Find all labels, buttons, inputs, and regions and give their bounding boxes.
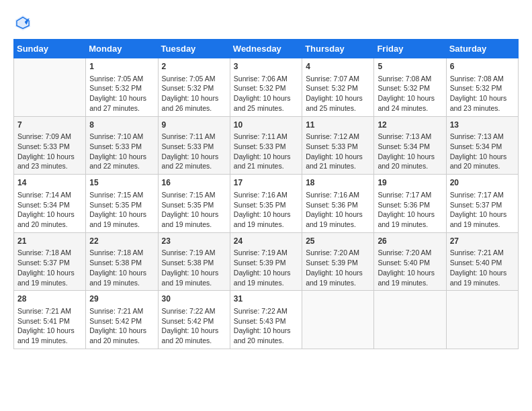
day-number: 2	[162, 61, 226, 73]
calendar-cell: 14Sunrise: 7:14 AM Sunset: 5:34 PM Dayli…	[14, 175, 86, 233]
day-number: 7	[17, 120, 82, 131]
calendar-cell: 31Sunrise: 7:22 AM Sunset: 5:43 PM Dayli…	[230, 291, 302, 349]
day-info: Sunrise: 7:06 AM Sunset: 5:32 PM Dayligh…	[234, 74, 298, 113]
logo-icon	[13, 13, 32, 32]
day-number: 29	[89, 293, 154, 305]
day-info: Sunrise: 7:08 AM Sunset: 5:32 PM Dayligh…	[450, 74, 515, 113]
calendar-cell: 20Sunrise: 7:17 AM Sunset: 5:37 PM Dayli…	[446, 175, 518, 233]
week-row-4: 21Sunrise: 7:18 AM Sunset: 5:37 PM Dayli…	[14, 232, 519, 291]
calendar-cell	[302, 291, 374, 349]
calendar-cell: 9Sunrise: 7:11 AM Sunset: 5:33 PM Daylig…	[158, 116, 230, 175]
day-info: Sunrise: 7:21 AM Sunset: 5:41 PM Dayligh…	[17, 306, 82, 346]
day-info: Sunrise: 7:17 AM Sunset: 5:36 PM Dayligh…	[378, 190, 442, 230]
day-info: Sunrise: 7:07 AM Sunset: 5:32 PM Dayligh…	[306, 74, 370, 113]
calendar-cell: 26Sunrise: 7:20 AM Sunset: 5:40 PM Dayli…	[374, 232, 446, 291]
calendar-cell: 5Sunrise: 7:08 AM Sunset: 5:32 PM Daylig…	[374, 58, 446, 117]
day-info: Sunrise: 7:22 AM Sunset: 5:42 PM Dayligh…	[162, 306, 226, 346]
day-info: Sunrise: 7:16 AM Sunset: 5:35 PM Dayligh…	[234, 190, 298, 230]
day-info: Sunrise: 7:17 AM Sunset: 5:37 PM Dayligh…	[450, 190, 515, 230]
calendar-cell: 19Sunrise: 7:17 AM Sunset: 5:36 PM Dayli…	[374, 175, 446, 233]
day-number: 24	[234, 236, 298, 247]
day-number: 9	[162, 120, 226, 131]
day-number: 20	[450, 177, 515, 189]
day-number: 27	[450, 236, 515, 247]
calendar-cell: 24Sunrise: 7:19 AM Sunset: 5:39 PM Dayli…	[230, 232, 302, 291]
day-info: Sunrise: 7:08 AM Sunset: 5:32 PM Dayligh…	[378, 74, 442, 113]
week-row-3: 14Sunrise: 7:14 AM Sunset: 5:34 PM Dayli…	[14, 175, 519, 233]
day-info: Sunrise: 7:15 AM Sunset: 5:35 PM Dayligh…	[89, 190, 154, 230]
calendar-cell: 30Sunrise: 7:22 AM Sunset: 5:42 PM Dayli…	[158, 291, 230, 349]
day-info: Sunrise: 7:11 AM Sunset: 5:33 PM Dayligh…	[234, 132, 298, 171]
calendar-cell	[14, 58, 86, 117]
column-header-saturday: Saturday	[446, 40, 518, 58]
calendar-cell: 27Sunrise: 7:21 AM Sunset: 5:40 PM Dayli…	[446, 232, 518, 291]
day-number: 16	[162, 177, 226, 189]
day-number: 15	[89, 177, 154, 189]
day-number: 28	[17, 293, 82, 305]
day-info: Sunrise: 7:22 AM Sunset: 5:43 PM Dayligh…	[234, 306, 298, 346]
calendar-cell: 8Sunrise: 7:10 AM Sunset: 5:33 PM Daylig…	[86, 116, 158, 175]
day-info: Sunrise: 7:14 AM Sunset: 5:34 PM Dayligh…	[17, 190, 82, 230]
day-info: Sunrise: 7:20 AM Sunset: 5:40 PM Dayligh…	[378, 248, 442, 287]
day-info: Sunrise: 7:11 AM Sunset: 5:33 PM Dayligh…	[162, 132, 226, 171]
day-number: 4	[306, 61, 370, 73]
day-number: 5	[378, 61, 442, 73]
day-number: 19	[378, 177, 442, 189]
calendar-cell: 2Sunrise: 7:05 AM Sunset: 5:32 PM Daylig…	[158, 58, 230, 117]
calendar-cell: 3Sunrise: 7:06 AM Sunset: 5:32 PM Daylig…	[230, 58, 302, 117]
day-info: Sunrise: 7:10 AM Sunset: 5:33 PM Dayligh…	[89, 132, 154, 171]
day-number: 6	[450, 61, 515, 73]
calendar-cell: 29Sunrise: 7:21 AM Sunset: 5:42 PM Dayli…	[86, 291, 158, 349]
calendar-cell	[446, 291, 518, 349]
week-row-2: 7Sunrise: 7:09 AM Sunset: 5:33 PM Daylig…	[14, 116, 519, 175]
calendar-cell: 22Sunrise: 7:18 AM Sunset: 5:38 PM Dayli…	[86, 232, 158, 291]
day-number: 18	[306, 177, 370, 189]
column-header-friday: Friday	[374, 40, 446, 58]
day-info: Sunrise: 7:19 AM Sunset: 5:39 PM Dayligh…	[234, 248, 298, 287]
calendar-cell: 10Sunrise: 7:11 AM Sunset: 5:33 PM Dayli…	[230, 116, 302, 175]
day-number: 10	[234, 120, 298, 131]
day-number: 11	[306, 120, 370, 131]
calendar-cell: 13Sunrise: 7:13 AM Sunset: 5:34 PM Dayli…	[446, 116, 518, 175]
column-header-sunday: Sunday	[14, 40, 86, 58]
calendar-cell: 15Sunrise: 7:15 AM Sunset: 5:35 PM Dayli…	[86, 175, 158, 233]
header-row: SundayMondayTuesdayWednesdayThursdayFrid…	[14, 40, 519, 58]
day-info: Sunrise: 7:21 AM Sunset: 5:42 PM Dayligh…	[89, 306, 154, 346]
calendar-cell: 17Sunrise: 7:16 AM Sunset: 5:35 PM Dayli…	[230, 175, 302, 233]
day-number: 31	[234, 293, 298, 305]
day-info: Sunrise: 7:18 AM Sunset: 5:38 PM Dayligh…	[89, 248, 154, 287]
day-number: 13	[450, 120, 515, 131]
day-info: Sunrise: 7:16 AM Sunset: 5:36 PM Dayligh…	[306, 190, 370, 230]
calendar-cell: 25Sunrise: 7:20 AM Sunset: 5:39 PM Dayli…	[302, 232, 374, 291]
day-info: Sunrise: 7:05 AM Sunset: 5:32 PM Dayligh…	[162, 74, 226, 113]
column-header-tuesday: Tuesday	[158, 40, 230, 58]
calendar-cell: 28Sunrise: 7:21 AM Sunset: 5:41 PM Dayli…	[14, 291, 86, 349]
calendar-cell: 6Sunrise: 7:08 AM Sunset: 5:32 PM Daylig…	[446, 58, 518, 117]
day-number: 3	[234, 61, 298, 73]
day-number: 14	[17, 177, 82, 189]
week-row-5: 28Sunrise: 7:21 AM Sunset: 5:41 PM Dayli…	[14, 291, 519, 349]
day-number: 22	[89, 236, 154, 247]
day-info: Sunrise: 7:18 AM Sunset: 5:37 PM Dayligh…	[17, 248, 82, 287]
logo	[13, 13, 35, 32]
day-info: Sunrise: 7:13 AM Sunset: 5:34 PM Dayligh…	[378, 132, 442, 171]
day-info: Sunrise: 7:15 AM Sunset: 5:35 PM Dayligh…	[162, 190, 226, 230]
day-number: 23	[162, 236, 226, 247]
calendar-cell: 11Sunrise: 7:12 AM Sunset: 5:33 PM Dayli…	[302, 116, 374, 175]
day-info: Sunrise: 7:12 AM Sunset: 5:33 PM Dayligh…	[306, 132, 370, 171]
calendar-cell: 18Sunrise: 7:16 AM Sunset: 5:36 PM Dayli…	[302, 175, 374, 233]
column-header-wednesday: Wednesday	[230, 40, 302, 58]
calendar-cell: 16Sunrise: 7:15 AM Sunset: 5:35 PM Dayli…	[158, 175, 230, 233]
calendar-cell: 4Sunrise: 7:07 AM Sunset: 5:32 PM Daylig…	[302, 58, 374, 117]
day-info: Sunrise: 7:09 AM Sunset: 5:33 PM Dayligh…	[17, 132, 82, 171]
calendar-cell: 12Sunrise: 7:13 AM Sunset: 5:34 PM Dayli…	[374, 116, 446, 175]
day-number: 8	[89, 120, 154, 131]
day-info: Sunrise: 7:05 AM Sunset: 5:32 PM Dayligh…	[89, 74, 154, 113]
calendar-table: SundayMondayTuesdayWednesdayThursdayFrid…	[13, 39, 519, 349]
page-header	[13, 13, 519, 32]
calendar-cell: 1Sunrise: 7:05 AM Sunset: 5:32 PM Daylig…	[86, 58, 158, 117]
calendar-cell: 23Sunrise: 7:19 AM Sunset: 5:38 PM Dayli…	[158, 232, 230, 291]
day-number: 25	[306, 236, 370, 247]
day-number: 1	[89, 61, 154, 73]
calendar-cell	[374, 291, 446, 349]
